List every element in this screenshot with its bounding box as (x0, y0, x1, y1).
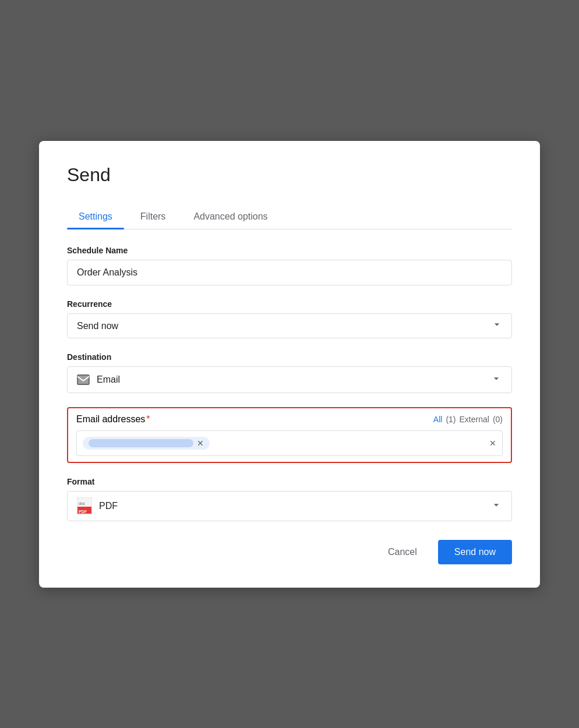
recurrence-select-wrapper: Send now (67, 313, 512, 338)
format-group: Format PDF doc PDF (67, 477, 512, 521)
cancel-button[interactable]: Cancel (376, 541, 429, 563)
tabs-bar: Settings Filters Advanced options (67, 204, 512, 229)
destination-select[interactable]: Email (67, 366, 512, 393)
dialog-backdrop: Send Settings Filters Advanced options S… (0, 0, 579, 728)
destination-label: Destination (67, 352, 512, 362)
destination-value: Email (97, 374, 490, 385)
recurrence-group: Recurrence Send now (67, 299, 512, 338)
format-value: PDF (99, 501, 490, 511)
recurrence-label: Recurrence (67, 299, 512, 309)
format-select[interactable]: PDF doc PDF (67, 491, 512, 521)
email-addresses-label: Email addresses* (76, 414, 150, 425)
send-now-button[interactable]: Send now (438, 540, 512, 564)
email-filter-links: All (1) External (0) (433, 415, 503, 424)
dialog-footer: Cancel Send now (67, 540, 512, 564)
email-chips-input[interactable]: ✕ ✕ (76, 430, 503, 456)
email-addresses-group: Email addresses* All (1) External (0) ✕ … (67, 407, 512, 463)
mail-icon (77, 374, 90, 385)
format-chevron-icon (490, 499, 502, 513)
filter-all-count: (1) (446, 415, 456, 424)
schedule-name-input[interactable] (67, 260, 512, 285)
svg-rect-0 (77, 374, 89, 384)
email-header-row: Email addresses* All (1) External (0) (76, 414, 503, 425)
format-label: Format (67, 477, 512, 486)
email-chip: ✕ (83, 437, 210, 450)
chip-close-button[interactable]: ✕ (197, 439, 204, 447)
required-star: * (146, 414, 150, 424)
filter-all-link[interactable]: All (433, 415, 443, 424)
send-dialog: Send Settings Filters Advanced options S… (39, 141, 540, 588)
chip-text-blurred (89, 439, 193, 447)
tab-filters[interactable]: Filters (129, 204, 178, 229)
tab-advanced-options[interactable]: Advanced options (182, 204, 279, 229)
svg-text:PDF: PDF (79, 510, 87, 514)
filter-external-link[interactable]: External (460, 415, 489, 424)
recurrence-select[interactable]: Send now (67, 313, 512, 338)
pdf-icon: PDF doc (77, 497, 92, 515)
destination-group: Destination Email (67, 352, 512, 393)
svg-text:doc: doc (79, 501, 86, 506)
dialog-title: Send (67, 164, 512, 186)
schedule-name-label: Schedule Name (67, 246, 512, 255)
filter-external-count: (0) (493, 415, 503, 424)
destination-chevron-icon (490, 373, 502, 387)
schedule-name-group: Schedule Name (67, 246, 512, 285)
tab-settings[interactable]: Settings (67, 204, 124, 229)
email-input-close-button[interactable]: ✕ (489, 439, 496, 448)
